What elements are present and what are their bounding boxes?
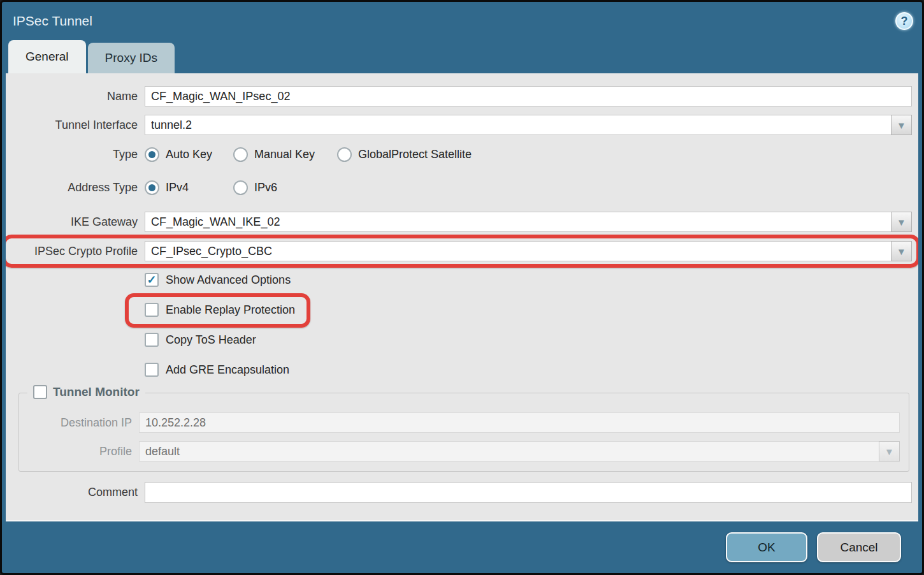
tunnel-interface-dropdown-button[interactable]: ▼: [891, 115, 912, 135]
profile-input: [139, 441, 879, 462]
ipsec-crypto-profile-row: IPSec Crypto Profile ▼: [6, 241, 918, 261]
tab-bar: General Proxy IDs: [2, 40, 922, 73]
tunnel-interface-row: Tunnel Interface ▼: [6, 115, 918, 135]
ike-gateway-label: IKE Gateway: [11, 215, 138, 229]
show-advanced-options-label: Show Advanced Options: [166, 273, 291, 287]
address-type-option-ipv6: IPv6: [233, 180, 277, 195]
tab-proxy-ids[interactable]: Proxy IDs: [88, 43, 175, 73]
ipsec-tunnel-dialog: IPSec Tunnel ? General Proxy IDs Name Tu…: [0, 0, 924, 575]
copy-tos-header-label: Copy ToS Header: [166, 333, 256, 347]
chevron-down-icon: ▼: [897, 120, 906, 131]
enable-replay-protection-checkbox[interactable]: [145, 303, 159, 317]
show-advanced-options-checkbox[interactable]: ✓: [145, 273, 159, 287]
type-option-manual-key: Manual Key: [233, 147, 337, 162]
tunnel-interface-label: Tunnel Interface: [11, 119, 138, 132]
dialog-footer: OK Cancel: [2, 521, 922, 573]
ipsec-crypto-profile-dropdown-button[interactable]: ▼: [891, 241, 912, 261]
destination-ip-label: Destination IP: [19, 416, 132, 430]
copy-tos-header-checkbox[interactable]: [145, 333, 159, 347]
add-gre-encapsulation-label: Add GRE Encapsulation: [166, 363, 289, 377]
tunnel-monitor-legend: Tunnel Monitor: [27, 385, 145, 399]
type-option-auto-key: Auto Key: [145, 147, 233, 162]
address-type-row: Address Type IPv4 IPv6: [6, 180, 918, 195]
tunnel-interface-input[interactable]: [145, 115, 892, 135]
help-icon[interactable]: ?: [895, 12, 913, 30]
name-label: Name: [11, 90, 138, 103]
enable-replay-protection-row: Enable Replay Protection: [6, 303, 918, 317]
dialog-title: IPSec Tunnel: [13, 13, 92, 29]
auto-key-label: Auto Key: [166, 148, 212, 161]
type-option-globalprotect-satellite: GlobalProtect Satellite: [337, 147, 472, 162]
comment-input[interactable]: [145, 482, 912, 503]
ipsec-crypto-profile-input[interactable]: [145, 241, 892, 261]
add-gre-encapsulation-row: Add GRE Encapsulation: [6, 363, 918, 377]
cancel-button[interactable]: Cancel: [817, 532, 901, 562]
profile-label: Profile: [19, 445, 132, 458]
copy-tos-header-row: Copy ToS Header: [6, 333, 918, 347]
globalprotect-satellite-label: GlobalProtect Satellite: [358, 148, 472, 161]
ipv4-label: IPv4: [166, 181, 189, 194]
address-type-option-ipv4: IPv4: [145, 180, 233, 195]
chevron-down-icon: ▼: [897, 217, 906, 228]
type-label: Type: [11, 148, 138, 161]
show-advanced-options-row: ✓ Show Advanced Options: [6, 273, 918, 287]
ike-gateway-row: IKE Gateway ▼: [6, 212, 918, 232]
dialog-titlebar: IPSec Tunnel ?: [2, 2, 922, 40]
ipv6-radio[interactable]: [233, 180, 248, 195]
ipv6-label: IPv6: [254, 181, 277, 194]
comment-label: Comment: [11, 486, 138, 499]
ike-gateway-dropdown-button[interactable]: ▼: [891, 212, 912, 232]
tunnel-monitor-checkbox[interactable]: [33, 385, 47, 399]
tunnel-monitor-label: Tunnel Monitor: [53, 385, 140, 399]
ipsec-crypto-profile-label: IPSec Crypto Profile: [11, 245, 138, 258]
manual-key-radio[interactable]: [233, 147, 248, 162]
chevron-down-icon: ▼: [897, 246, 906, 257]
profile-dropdown-button: ▼: [879, 441, 900, 462]
profile-row: Profile ▼: [19, 441, 900, 462]
enable-replay-protection-label: Enable Replay Protection: [166, 303, 295, 317]
name-input[interactable]: [145, 86, 912, 106]
ipv4-radio[interactable]: [145, 180, 159, 195]
comment-row: Comment: [6, 482, 918, 503]
globalprotect-satellite-radio[interactable]: [337, 147, 352, 162]
auto-key-radio[interactable]: [145, 147, 159, 162]
check-icon: ✓: [147, 274, 156, 286]
manual-key-label: Manual Key: [254, 148, 315, 161]
type-row: Type Auto Key Manual Key GlobalProtect S…: [6, 147, 918, 162]
general-tab-panel: Name Tunnel Interface ▼ Type Auto Key Ma…: [6, 73, 918, 521]
ok-button[interactable]: OK: [726, 532, 807, 562]
tunnel-monitor-fieldset: Tunnel Monitor Destination IP Profile ▼: [18, 393, 909, 472]
destination-ip-input: [139, 412, 900, 433]
ike-gateway-input[interactable]: [145, 212, 892, 232]
name-row: Name: [6, 86, 918, 106]
address-type-label: Address Type: [11, 181, 138, 194]
chevron-down-icon: ▼: [884, 446, 894, 457]
destination-ip-row: Destination IP: [19, 412, 900, 433]
tab-general[interactable]: General: [8, 40, 86, 73]
add-gre-encapsulation-checkbox[interactable]: [145, 363, 159, 377]
